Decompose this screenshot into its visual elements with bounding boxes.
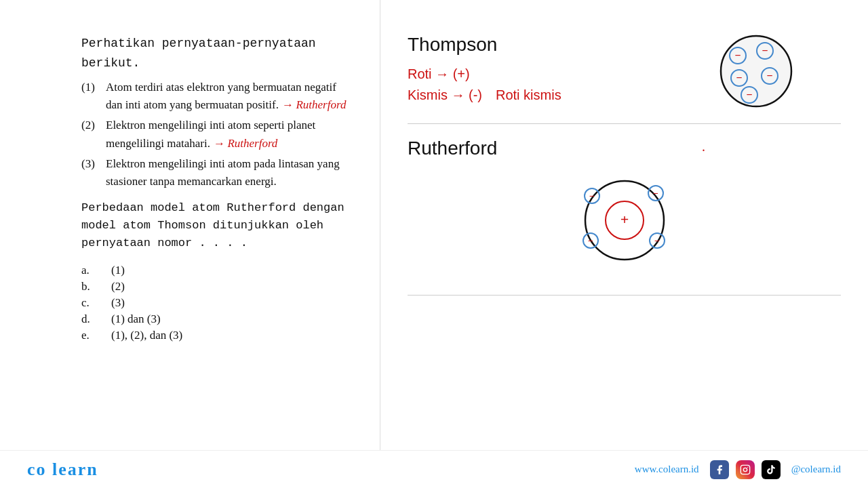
stmt-text-3: Elektron mengelilingi inti atom pada lin… xyxy=(106,155,353,191)
perbedaan-text: Perbedaan model atom Rutherford dengan m… xyxy=(81,199,353,253)
vertical-divider xyxy=(380,0,380,434)
kismis-neg: Kismis → (-) xyxy=(408,87,482,103)
thompson-label: Thompson xyxy=(408,34,561,56)
svg-text:−: − xyxy=(653,188,658,199)
svg-text:−: − xyxy=(654,236,660,246)
stmt-num-3: (3) xyxy=(81,155,106,191)
kismis-text: Kismis → (-) Roti kismis xyxy=(408,87,561,103)
answer-options: a. (1) b. (2) c. (3) d. (1) dan (3) e. (… xyxy=(81,264,353,342)
footer: co learn www.colearn.id xyxy=(0,450,868,488)
question-intro: Perhatikan pernyataan-pernyataan berikut… xyxy=(81,34,353,73)
colearn-logo: co learn xyxy=(27,460,98,480)
statement-2: (2) Elektron mengelilingi inti atom sepe… xyxy=(81,117,353,152)
svg-text:−: − xyxy=(734,49,741,61)
thompson-section: Thompson Roti → (+) Kismis → (-) Roti ki… xyxy=(408,20,841,123)
svg-rect-22 xyxy=(741,465,749,474)
answer-d: d. (1) dan (3) xyxy=(81,312,353,326)
svg-point-24 xyxy=(747,466,748,467)
ans-letter-d: d. xyxy=(81,312,98,326)
stmt-num-2: (2) xyxy=(81,117,106,152)
ans-text-c: (3) xyxy=(111,296,125,310)
svg-text:−: − xyxy=(736,72,742,83)
svg-text:−: − xyxy=(589,191,595,201)
logo-text: co learn xyxy=(27,460,98,479)
red-note-2: → Rutherford xyxy=(213,137,277,150)
right-panel: Thompson Roti → (+) Kismis → (-) Roti ki… xyxy=(380,0,868,461)
facebook-icon xyxy=(710,460,729,479)
rutherford-atom-container: + − − − − xyxy=(408,173,841,268)
rutherford-section: Rutherford · + − − xyxy=(408,124,841,288)
left-panel: Perhatikan pernyataan-pernyataan berikut… xyxy=(0,0,380,461)
ans-letter-e: e. xyxy=(81,329,98,342)
dot-mark: · xyxy=(702,143,705,159)
social-handle: @colearn.id xyxy=(791,464,841,475)
svg-text:−: − xyxy=(588,236,593,246)
svg-text:−: − xyxy=(746,89,752,100)
ans-text-d: (1) dan (3) xyxy=(111,312,161,326)
thompson-atom-container: − − − − − xyxy=(712,27,800,118)
ans-text-a: (1) xyxy=(111,264,125,277)
statement-3: (3) Elektron mengelilingi inti atom pada… xyxy=(81,155,353,191)
rutherford-atom-svg: + − − − − xyxy=(564,173,686,268)
roti-kismis: Roti kismis xyxy=(496,87,561,103)
roti-text: Roti → (+) xyxy=(408,66,561,82)
ans-letter-b: b. xyxy=(81,280,98,293)
ans-letter-a: a. xyxy=(81,264,98,277)
svg-text:−: − xyxy=(762,45,768,56)
ans-letter-c: c. xyxy=(81,296,98,310)
tiktok-icon xyxy=(762,460,781,479)
social-icons xyxy=(710,460,781,479)
instagram-icon xyxy=(736,460,755,479)
answer-a: a. (1) xyxy=(81,264,353,277)
stmt-num-1: (1) xyxy=(81,79,106,115)
divider-2 xyxy=(408,295,841,296)
answer-c: c. (3) xyxy=(81,296,353,310)
website-link: www.colearn.id xyxy=(635,464,699,475)
stmt-text-2: Elektron mengelilingi inti atom seperti … xyxy=(106,117,353,152)
answer-e: e. (1), (2), dan (3) xyxy=(81,329,353,342)
statement-list: (1) Atom terdiri atas elektron yang berm… xyxy=(81,79,353,191)
svg-point-0 xyxy=(721,36,791,106)
footer-right: www.colearn.id @colearn.id xyxy=(635,460,841,479)
red-note-1: → Rutherford xyxy=(281,98,346,111)
thompson-info: Thompson Roti → (+) Kismis → (-) Roti ki… xyxy=(408,34,561,103)
answer-b: b. (2) xyxy=(81,280,353,293)
rutherford-label: Rutherford xyxy=(408,138,841,159)
thompson-atom-svg: − − − − − xyxy=(712,27,800,115)
svg-point-23 xyxy=(743,468,747,471)
ans-text-e: (1), (2), dan (3) xyxy=(111,329,182,342)
svg-text:−: − xyxy=(766,70,772,81)
statement-1: (1) Atom terdiri atas elektron yang berm… xyxy=(81,79,353,115)
svg-text:+: + xyxy=(620,211,629,228)
ans-text-b: (2) xyxy=(111,280,125,293)
stmt-text-1: Atom terdiri atas elektron yang bermuata… xyxy=(106,79,353,115)
